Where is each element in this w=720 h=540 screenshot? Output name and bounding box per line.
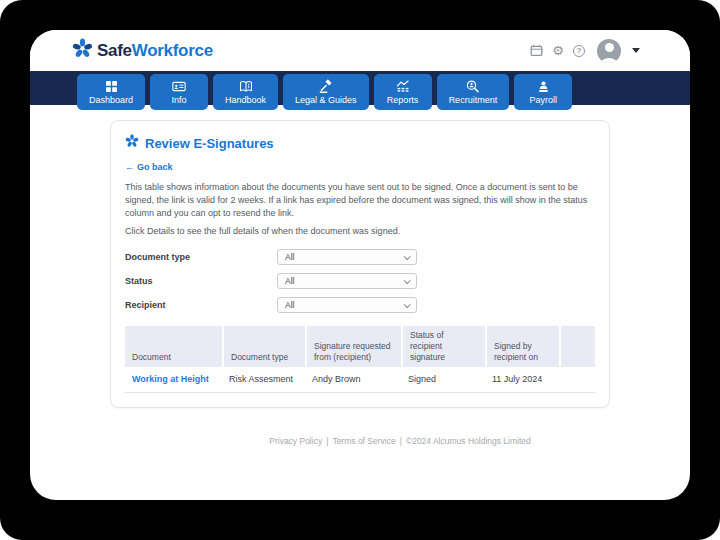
page-title: Review E-Signatures	[145, 136, 274, 151]
table-cell-status: Signed	[401, 367, 485, 393]
table-cell-requested-from: Andy Brown	[305, 367, 401, 393]
tab-dashboard[interactable]: Dashboard	[77, 74, 145, 110]
back-arrow-icon: ←	[125, 162, 134, 172]
chart-icon	[395, 79, 411, 94]
app-window: SafeWorkforce ⚙ ? Dashboard Info	[30, 30, 690, 500]
recipient-select[interactable]: All	[277, 297, 417, 313]
column-header-document: Document	[125, 326, 222, 367]
column-header-document-type: Document type	[222, 326, 305, 367]
header-icons: ⚙ ?	[530, 39, 640, 63]
brand-logo: SafeWorkforce	[72, 38, 213, 63]
search-person-icon	[465, 79, 480, 94]
column-header-status: Status of recipient signature	[401, 326, 485, 367]
tab-reports[interactable]: Reports	[374, 74, 432, 110]
copyright-text: ©2024 Alcumus Holdings Limited	[406, 436, 531, 446]
tab-recruitment[interactable]: Recruitment	[437, 74, 510, 110]
chevron-down-icon	[404, 277, 411, 284]
tab-label: Dashboard	[89, 95, 133, 105]
user-avatar[interactable]	[597, 39, 621, 63]
filter-row-document-type: Document type All	[125, 249, 595, 265]
tab-info[interactable]: Info	[150, 74, 208, 110]
description-text: This table shows information about the d…	[125, 181, 595, 220]
status-select[interactable]: All	[277, 273, 417, 289]
chevron-down-icon	[404, 253, 411, 260]
main-nav: Dashboard Info Handbook Legal & Guides R…	[30, 71, 690, 105]
calendar-icon[interactable]	[530, 44, 543, 57]
esignatures-table: Document Document type Signature request…	[125, 326, 595, 393]
recipient-label: Recipient	[125, 300, 277, 310]
app-header: SafeWorkforce ⚙ ?	[30, 30, 690, 71]
gavel-icon	[318, 79, 333, 94]
tab-label: Reports	[387, 95, 419, 105]
logo-pinwheel-icon	[72, 38, 93, 63]
filter-row-recipient: Recipient All	[125, 297, 595, 313]
status-label: Status	[125, 276, 277, 286]
card-title-row: Review E-Signatures	[125, 134, 595, 152]
table-cell-document-type: Risk Assesment	[222, 367, 305, 393]
page-footer: Privacy Policy|Terms of Service|©2024 Al…	[110, 436, 690, 446]
chevron-down-icon	[404, 301, 411, 308]
table-cell-document-link[interactable]: Working at Height	[125, 367, 222, 393]
tab-label: Info	[172, 95, 187, 105]
dashboard-grid-icon	[104, 79, 119, 94]
tab-handbook[interactable]: Handbook	[213, 74, 278, 110]
tab-label: Recruitment	[449, 95, 498, 105]
privacy-policy-link[interactable]: Privacy Policy	[269, 436, 322, 446]
column-header-actions	[559, 326, 595, 367]
table-cell-signed-on: 11 July 2024	[485, 367, 559, 393]
filter-section: Document type All Status All	[125, 249, 595, 313]
table-cell-actions	[559, 367, 595, 393]
column-header-signed-on: Signed by recipient on	[485, 326, 559, 367]
brand-name: SafeWorkforce	[97, 41, 213, 61]
tab-label: Legal & Guides	[295, 95, 357, 105]
tab-label: Handbook	[225, 95, 266, 105]
column-header-requested-from: Signature requested from (recipient)	[305, 326, 401, 367]
id-card-icon	[171, 79, 187, 94]
help-icon[interactable]: ?	[573, 45, 585, 57]
payroll-person-icon	[536, 79, 551, 94]
gear-icon[interactable]: ⚙	[552, 44, 564, 57]
avatar-caret-icon[interactable]	[632, 48, 640, 53]
filter-row-status: Status All	[125, 273, 595, 289]
screenshot-background: SafeWorkforce ⚙ ? Dashboard Info	[0, 0, 720, 540]
tab-payroll[interactable]: Payroll	[514, 74, 572, 110]
tab-legal-guides[interactable]: Legal & Guides	[283, 74, 369, 110]
esignature-pinwheel-icon	[125, 134, 139, 152]
description-text-2: Click Details to see the full details of…	[125, 226, 595, 236]
terms-of-service-link[interactable]: Terms of Service	[332, 436, 395, 446]
document-type-select[interactable]: All	[277, 249, 417, 265]
main-content: Review E-Signatures ← Go back This table…	[30, 105, 690, 446]
go-back-link[interactable]: ← Go back	[125, 162, 173, 172]
handbook-book-icon	[238, 79, 254, 94]
document-type-label: Document type	[125, 252, 277, 262]
tab-label: Payroll	[529, 95, 557, 105]
review-esignatures-card: Review E-Signatures ← Go back This table…	[110, 120, 610, 408]
